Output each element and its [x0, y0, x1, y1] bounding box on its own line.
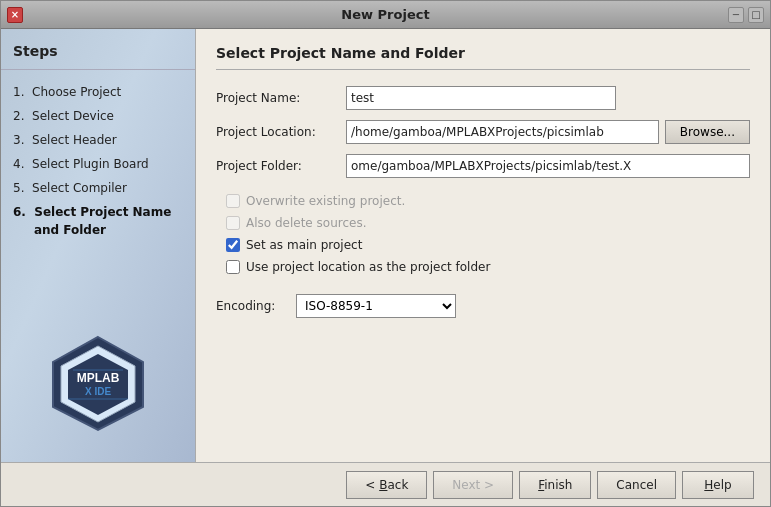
encoding-section: Encoding: ISO-8859-1 UTF-8 UTF-16 US-ASC…	[216, 294, 750, 318]
main-project-label: Set as main project	[246, 238, 362, 252]
use-location-row: Use project location as the project fold…	[226, 260, 750, 274]
next-button[interactable]: Next >	[433, 471, 513, 499]
encoding-select[interactable]: ISO-8859-1 UTF-8 UTF-16 US-ASCII	[296, 294, 456, 318]
form-section: Project Name: Project Location: Browse..…	[216, 86, 750, 452]
project-name-row: Project Name:	[216, 86, 750, 110]
overwrite-checkbox[interactable]	[226, 194, 240, 208]
project-location-row: Project Location: Browse...	[216, 120, 750, 144]
titlebar-left: ×	[7, 7, 23, 23]
titlebar: × New Project − □	[1, 1, 770, 29]
sidebar-logo: MPLAB X IDE	[1, 312, 195, 462]
encoding-label: Encoding:	[216, 299, 286, 313]
use-location-label: Use project location as the project fold…	[246, 260, 490, 274]
main-panel: Select Project Name and Folder Project N…	[196, 29, 770, 462]
svg-text:MPLAB: MPLAB	[77, 371, 120, 385]
svg-text:X IDE: X IDE	[85, 386, 111, 397]
step-3: 3. Select Header	[1, 128, 195, 152]
step-6-label: Select Project Name and Folder	[13, 205, 171, 237]
project-folder-input[interactable]	[346, 154, 750, 178]
content-area: Steps 1. Choose Project 2. Select Device…	[1, 29, 770, 462]
back-button[interactable]: < Back	[346, 471, 427, 499]
main-project-row: Set as main project	[226, 238, 750, 252]
delete-label: Also delete sources.	[246, 216, 367, 230]
step-4: 4. Select Plugin Board	[1, 152, 195, 176]
step-5: 5. Select Compiler	[1, 176, 195, 200]
overwrite-row: Overwrite existing project.	[226, 194, 750, 208]
sidebar: Steps 1. Choose Project 2. Select Device…	[1, 29, 196, 462]
footer: < Back Next > Finish Cancel Help	[1, 462, 770, 506]
main-project-checkbox[interactable]	[226, 238, 240, 252]
sidebar-header: Steps	[1, 39, 195, 70]
mplab-logo-svg: MPLAB X IDE	[43, 332, 153, 432]
titlebar-controls: − □	[728, 7, 764, 23]
project-folder-row: Project Folder:	[216, 154, 750, 178]
maximize-button[interactable]: □	[748, 7, 764, 23]
project-name-input[interactable]	[346, 86, 616, 110]
help-button[interactable]: Help	[682, 471, 754, 499]
step-1: 1. Choose Project	[1, 80, 195, 104]
window-title: New Project	[341, 7, 429, 22]
project-location-input[interactable]	[346, 120, 659, 144]
browse-button[interactable]: Browse...	[665, 120, 750, 144]
cancel-button[interactable]: Cancel	[597, 471, 676, 499]
new-project-dialog: × New Project − □ Steps 1. Choose Projec…	[0, 0, 771, 507]
use-location-checkbox[interactable]	[226, 260, 240, 274]
delete-checkbox[interactable]	[226, 216, 240, 230]
checkboxes-section: Overwrite existing project. Also delete …	[216, 194, 750, 274]
finish-button[interactable]: Finish	[519, 471, 591, 499]
project-name-label: Project Name:	[216, 91, 346, 105]
overwrite-label: Overwrite existing project.	[246, 194, 405, 208]
project-folder-label: Project Folder:	[216, 159, 346, 173]
steps-list: 1. Choose Project 2. Select Device 3. Se…	[1, 74, 195, 312]
step-6: 6. Select Project Name and Folder	[1, 200, 195, 242]
delete-row: Also delete sources.	[226, 216, 750, 230]
close-button[interactable]: ×	[7, 7, 23, 23]
panel-title: Select Project Name and Folder	[216, 45, 750, 70]
step-2: 2. Select Device	[1, 104, 195, 128]
project-location-label: Project Location:	[216, 125, 346, 139]
minimize-button[interactable]: −	[728, 7, 744, 23]
